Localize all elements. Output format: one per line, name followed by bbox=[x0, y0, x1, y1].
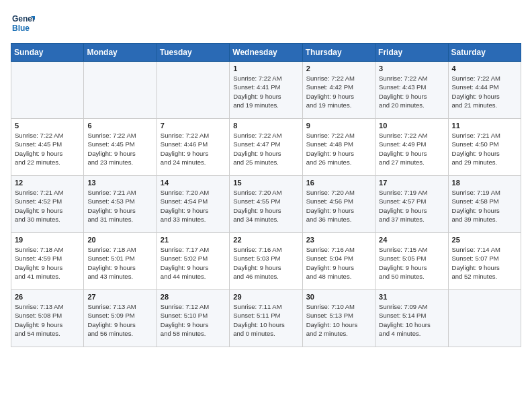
day-number: 13 bbox=[87, 179, 152, 187]
day-cell: 15Sunrise: 7:20 AM Sunset: 4:55 PM Dayli… bbox=[230, 176, 302, 233]
day-info: Sunrise: 7:10 AM Sunset: 5:13 PM Dayligh… bbox=[306, 302, 371, 338]
day-info: Sunrise: 7:20 AM Sunset: 4:54 PM Dayligh… bbox=[161, 188, 226, 224]
day-info: Sunrise: 7:12 AM Sunset: 5:10 PM Dayligh… bbox=[161, 302, 226, 338]
day-number: 1 bbox=[233, 64, 298, 73]
day-cell bbox=[11, 62, 84, 119]
day-number: 31 bbox=[379, 293, 444, 301]
day-number: 30 bbox=[306, 293, 371, 301]
day-cell: 29Sunrise: 7:11 AM Sunset: 5:11 PM Dayli… bbox=[230, 290, 302, 347]
day-info: Sunrise: 7:22 AM Sunset: 4:49 PM Dayligh… bbox=[379, 131, 444, 167]
day-info: Sunrise: 7:21 AM Sunset: 4:50 PM Dayligh… bbox=[452, 131, 517, 167]
day-info: Sunrise: 7:13 AM Sunset: 5:08 PM Dayligh… bbox=[15, 302, 80, 338]
day-number: 29 bbox=[233, 293, 298, 301]
day-cell: 9Sunrise: 7:22 AM Sunset: 4:48 PM Daylig… bbox=[302, 119, 375, 176]
day-cell: 25Sunrise: 7:14 AM Sunset: 5:07 PM Dayli… bbox=[448, 233, 521, 290]
day-number: 18 bbox=[452, 179, 517, 187]
day-info: Sunrise: 7:13 AM Sunset: 5:09 PM Dayligh… bbox=[87, 302, 152, 338]
day-number: 11 bbox=[452, 122, 517, 130]
day-cell bbox=[448, 290, 521, 347]
day-number: 10 bbox=[379, 122, 444, 130]
week-row-4: 19Sunrise: 7:18 AM Sunset: 4:59 PM Dayli… bbox=[11, 233, 521, 290]
day-cell: 16Sunrise: 7:20 AM Sunset: 4:56 PM Dayli… bbox=[302, 176, 375, 233]
day-number: 23 bbox=[306, 236, 371, 244]
day-info: Sunrise: 7:09 AM Sunset: 5:14 PM Dayligh… bbox=[379, 302, 444, 338]
day-info: Sunrise: 7:18 AM Sunset: 5:01 PM Dayligh… bbox=[87, 245, 152, 281]
day-cell: 21Sunrise: 7:17 AM Sunset: 5:02 PM Dayli… bbox=[157, 233, 229, 290]
day-cell: 1Sunrise: 7:22 AM Sunset: 4:41 PM Daylig… bbox=[230, 62, 302, 119]
day-number: 4 bbox=[452, 64, 517, 73]
weekday-thursday: Thursday bbox=[302, 44, 375, 62]
day-info: Sunrise: 7:22 AM Sunset: 4:41 PM Dayligh… bbox=[233, 74, 298, 109]
day-number: 26 bbox=[15, 293, 80, 301]
day-info: Sunrise: 7:22 AM Sunset: 4:48 PM Dayligh… bbox=[306, 131, 371, 167]
day-cell: 13Sunrise: 7:21 AM Sunset: 4:53 PM Dayli… bbox=[84, 176, 157, 233]
day-cell: 18Sunrise: 7:19 AM Sunset: 4:58 PM Dayli… bbox=[448, 176, 521, 233]
day-cell: 31Sunrise: 7:09 AM Sunset: 5:14 PM Dayli… bbox=[375, 290, 448, 347]
logo-icon: General Blue bbox=[11, 11, 35, 35]
day-info: Sunrise: 7:16 AM Sunset: 5:04 PM Dayligh… bbox=[306, 245, 371, 281]
day-number: 15 bbox=[233, 179, 298, 187]
day-number: 19 bbox=[15, 236, 80, 244]
weekday-saturday: Saturday bbox=[448, 44, 521, 62]
day-number: 25 bbox=[452, 236, 517, 244]
day-info: Sunrise: 7:22 AM Sunset: 4:45 PM Dayligh… bbox=[87, 131, 152, 167]
day-number: 22 bbox=[233, 236, 298, 244]
day-info: Sunrise: 7:22 AM Sunset: 4:43 PM Dayligh… bbox=[379, 74, 444, 109]
day-cell: 26Sunrise: 7:13 AM Sunset: 5:08 PM Dayli… bbox=[11, 290, 84, 347]
weekday-tuesday: Tuesday bbox=[157, 44, 229, 62]
day-info: Sunrise: 7:18 AM Sunset: 4:59 PM Dayligh… bbox=[15, 245, 80, 281]
weekday-wednesday: Wednesday bbox=[230, 44, 302, 62]
week-row-5: 26Sunrise: 7:13 AM Sunset: 5:08 PM Dayli… bbox=[11, 290, 521, 347]
day-cell: 22Sunrise: 7:16 AM Sunset: 5:03 PM Dayli… bbox=[230, 233, 302, 290]
day-cell: 2Sunrise: 7:22 AM Sunset: 4:42 PM Daylig… bbox=[302, 62, 375, 119]
day-cell: 30Sunrise: 7:10 AM Sunset: 5:13 PM Dayli… bbox=[302, 290, 375, 347]
day-number: 27 bbox=[87, 293, 152, 301]
calendar-body: 1Sunrise: 7:22 AM Sunset: 4:41 PM Daylig… bbox=[11, 62, 521, 347]
logo: General Blue bbox=[11, 11, 35, 35]
day-info: Sunrise: 7:22 AM Sunset: 4:44 PM Dayligh… bbox=[452, 74, 517, 109]
day-number: 7 bbox=[161, 122, 226, 130]
day-cell: 12Sunrise: 7:21 AM Sunset: 4:52 PM Dayli… bbox=[11, 176, 84, 233]
day-number: 3 bbox=[379, 64, 444, 73]
day-info: Sunrise: 7:11 AM Sunset: 5:11 PM Dayligh… bbox=[233, 302, 298, 338]
day-cell: 19Sunrise: 7:18 AM Sunset: 4:59 PM Dayli… bbox=[11, 233, 84, 290]
day-number: 9 bbox=[306, 122, 371, 130]
day-cell: 23Sunrise: 7:16 AM Sunset: 5:04 PM Dayli… bbox=[302, 233, 375, 290]
day-info: Sunrise: 7:19 AM Sunset: 4:58 PM Dayligh… bbox=[452, 188, 517, 224]
day-info: Sunrise: 7:16 AM Sunset: 5:03 PM Dayligh… bbox=[233, 245, 298, 281]
day-cell: 27Sunrise: 7:13 AM Sunset: 5:09 PM Dayli… bbox=[84, 290, 157, 347]
day-number: 21 bbox=[161, 236, 226, 244]
day-info: Sunrise: 7:20 AM Sunset: 4:56 PM Dayligh… bbox=[306, 188, 371, 224]
day-info: Sunrise: 7:22 AM Sunset: 4:47 PM Dayligh… bbox=[233, 131, 298, 167]
day-info: Sunrise: 7:20 AM Sunset: 4:55 PM Dayligh… bbox=[233, 188, 298, 224]
calendar-table: SundayMondayTuesdayWednesdayThursdayFrid… bbox=[11, 43, 521, 347]
day-info: Sunrise: 7:14 AM Sunset: 5:07 PM Dayligh… bbox=[452, 245, 517, 281]
day-number: 8 bbox=[233, 122, 298, 130]
day-number: 14 bbox=[161, 179, 226, 187]
week-row-1: 1Sunrise: 7:22 AM Sunset: 4:41 PM Daylig… bbox=[11, 62, 521, 119]
day-cell: 6Sunrise: 7:22 AM Sunset: 4:45 PM Daylig… bbox=[84, 119, 157, 176]
day-cell bbox=[84, 62, 157, 119]
weekday-sunday: Sunday bbox=[11, 44, 84, 62]
day-cell: 11Sunrise: 7:21 AM Sunset: 4:50 PM Dayli… bbox=[448, 119, 521, 176]
day-cell: 28Sunrise: 7:12 AM Sunset: 5:10 PM Dayli… bbox=[157, 290, 229, 347]
day-cell: 8Sunrise: 7:22 AM Sunset: 4:47 PM Daylig… bbox=[230, 119, 302, 176]
svg-text:General: General bbox=[12, 14, 35, 24]
day-cell: 14Sunrise: 7:20 AM Sunset: 4:54 PM Dayli… bbox=[157, 176, 229, 233]
day-cell bbox=[157, 62, 229, 119]
day-number: 12 bbox=[15, 179, 80, 187]
day-info: Sunrise: 7:22 AM Sunset: 4:46 PM Dayligh… bbox=[161, 131, 226, 167]
day-cell: 20Sunrise: 7:18 AM Sunset: 5:01 PM Dayli… bbox=[84, 233, 157, 290]
day-info: Sunrise: 7:17 AM Sunset: 5:02 PM Dayligh… bbox=[161, 245, 226, 281]
day-number: 28 bbox=[161, 293, 226, 301]
day-info: Sunrise: 7:15 AM Sunset: 5:05 PM Dayligh… bbox=[379, 245, 444, 281]
day-cell: 4Sunrise: 7:22 AM Sunset: 4:44 PM Daylig… bbox=[448, 62, 521, 119]
week-row-2: 5Sunrise: 7:22 AM Sunset: 4:45 PM Daylig… bbox=[11, 119, 521, 176]
day-cell: 5Sunrise: 7:22 AM Sunset: 4:45 PM Daylig… bbox=[11, 119, 84, 176]
day-number: 5 bbox=[15, 122, 80, 130]
weekday-header-row: SundayMondayTuesdayWednesdayThursdayFrid… bbox=[11, 44, 521, 62]
day-info: Sunrise: 7:22 AM Sunset: 4:45 PM Dayligh… bbox=[15, 131, 80, 167]
day-number: 17 bbox=[379, 179, 444, 187]
day-info: Sunrise: 7:21 AM Sunset: 4:53 PM Dayligh… bbox=[87, 188, 152, 224]
day-info: Sunrise: 7:22 AM Sunset: 4:42 PM Dayligh… bbox=[306, 74, 371, 109]
